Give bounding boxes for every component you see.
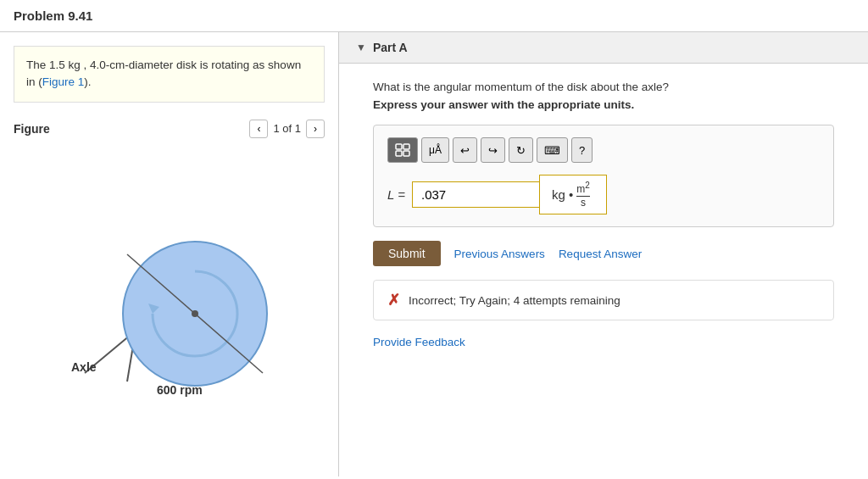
feedback-box: ✗ Incorrect; Try Again; 4 attempts remai… (373, 280, 834, 320)
units-denominator: s (581, 197, 586, 209)
question-text: What is the angular momentum of the disk… (373, 81, 834, 93)
answer-box: μÅ ↩ ↪ ↻ ⌨ ? L = kg • m2 s (373, 125, 834, 227)
express-text: Express your answer with the appropriate… (373, 98, 834, 111)
svg-rect-10 (403, 151, 409, 156)
toolbar: μÅ ↩ ↪ ↻ ⌨ ? (387, 137, 820, 163)
figure-link[interactable]: Figure 1 (42, 75, 85, 88)
unit-main: kg • (552, 187, 573, 202)
refresh-button[interactable]: ↻ (509, 137, 533, 163)
figure-title: Figure (14, 122, 50, 136)
svg-rect-8 (403, 144, 409, 149)
next-figure-button[interactable]: › (306, 120, 325, 138)
figure-count: 1 of 1 (273, 122, 301, 135)
help-button[interactable]: ? (571, 137, 593, 163)
units-fraction: m2 s (576, 181, 590, 209)
equation-units: kg • m2 s (539, 175, 607, 214)
figure-header: Figure ‹ 1 of 1 › (14, 120, 325, 138)
request-answer-link[interactable]: Request Answer (559, 248, 642, 260)
mu-button[interactable]: μÅ (421, 137, 449, 163)
svg-rect-9 (396, 151, 402, 156)
keyboard-button[interactable]: ⌨ (537, 137, 568, 163)
action-row: Submit Previous Answers Request Answer (373, 241, 834, 266)
part-a-header: ▼ Part A (339, 32, 868, 64)
problem-description: The 1.5 kg , 4.0-cm-diameter disk is rot… (14, 46, 325, 103)
feedback-text: Incorrect; Try Again; 4 attempts remaini… (409, 294, 620, 307)
right-panel: ▼ Part A What is the angular momentum of… (339, 32, 868, 476)
previous-answers-link[interactable]: Previous Answers (454, 248, 545, 260)
redo-button[interactable]: ↪ (481, 137, 505, 163)
figure-nav: ‹ 1 of 1 › (249, 120, 325, 138)
svg-text:Axle: Axle (71, 360, 97, 374)
disk-diagram: Axle 600 rpm (59, 203, 280, 407)
collapse-arrow-icon[interactable]: ▼ (356, 42, 366, 53)
figure-area: Axle 600 rpm (14, 148, 325, 464)
svg-text:600 rpm: 600 rpm (157, 383, 203, 397)
units-numerator: m2 (576, 181, 590, 197)
part-a-content: What is the angular momentum of the disk… (339, 64, 868, 365)
svg-rect-7 (396, 144, 402, 149)
grid-button[interactable] (387, 137, 418, 163)
equation-label: L = (387, 187, 405, 202)
incorrect-icon: ✗ (387, 291, 400, 309)
undo-button[interactable]: ↩ (453, 137, 477, 163)
equation-row: L = kg • m2 s (387, 175, 820, 214)
answer-input[interactable] (412, 181, 539, 208)
left-panel: The 1.5 kg , 4.0-cm-diameter disk is rot… (0, 32, 339, 476)
prev-figure-button[interactable]: ‹ (249, 120, 268, 138)
provide-feedback-link[interactable]: Provide Feedback (373, 336, 834, 348)
part-a-label: Part A (373, 41, 408, 54)
submit-button[interactable]: Submit (373, 241, 441, 266)
problem-title: Problem 9.41 (0, 0, 868, 32)
